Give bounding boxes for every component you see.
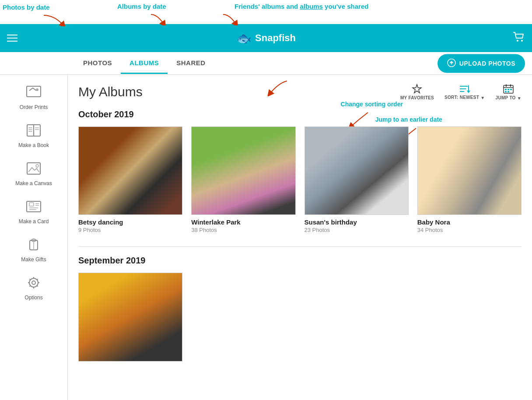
album-count-betsy: 9 Photos [78, 227, 182, 233]
svg-rect-42 [510, 89, 512, 90]
sidebar-item-make-canvas[interactable]: Make a Canvas [0, 155, 67, 192]
upload-button-label: UPLOAD PHOTOS [459, 60, 515, 67]
annotation-friends-albums: Friends' albums and albums you've shared [234, 3, 368, 10]
hamburger-line [7, 41, 18, 42]
album-thumb-susan [304, 126, 409, 215]
album-card-baby-nora[interactable]: Baby Nora 34 Photos [417, 126, 522, 234]
svg-line-29 [29, 279, 30, 280]
svg-rect-41 [508, 89, 509, 90]
sidebar-label-make-gifts: Make Gifts [21, 256, 46, 263]
hamburger-button[interactable] [7, 35, 18, 42]
album-thumb-baby-nora [417, 126, 522, 215]
sidebar-label-make-book: Make a Book [18, 142, 49, 148]
photo-baby-nora [418, 127, 521, 215]
arrow-show-favorites [261, 79, 296, 96]
hamburger-line [7, 35, 18, 35]
album-name-betsy: Betsy dancing [78, 218, 182, 226]
make-book-icon [25, 123, 42, 140]
arrow-albums [149, 12, 171, 25]
album-grid-october: Betsy dancing 9 Photos Winterlake Park 3… [78, 126, 522, 234]
sidebar-item-make-card[interactable]: Make a Card [0, 193, 67, 230]
album-count-winterlake: 38 Photos [191, 227, 295, 233]
header: 🐟 Snapfish [0, 24, 532, 52]
photo-susan [305, 127, 408, 215]
make-canvas-icon [25, 161, 42, 179]
options-icon [25, 275, 42, 293]
make-gifts-icon [25, 237, 42, 255]
nav-tabs: PHOTOS ALBUMS SHARED UPLOAD PHOTOS [0, 52, 532, 75]
hamburger-line [7, 38, 18, 39]
albums-header: My Albums Show favorites Change sorting … [78, 84, 522, 101]
main-content: My Albums Show favorites Change sorting … [68, 75, 532, 400]
fish-icon: 🐟 [236, 31, 252, 46]
section-october-2019: October 2019 Betsy dancing 9 Photos Wint… [78, 109, 522, 234]
svg-rect-3 [27, 86, 41, 97]
jump-to-label: JUMP TO ▼ [496, 95, 522, 101]
photo-september [79, 273, 182, 361]
sidebar-label-order-prints: Order Prints [20, 104, 48, 110]
arrow-shared [221, 12, 243, 25]
svg-line-31 [37, 279, 38, 280]
section-title-september: September 2019 [78, 256, 522, 266]
annotation-albums-by-date: Albums by date [117, 3, 166, 10]
logo-text: Snapfish [255, 32, 296, 44]
tab-albums[interactable]: ALBUMS [121, 53, 168, 74]
annotation-photos-by-date: Photos by date [3, 4, 50, 11]
album-card-september-1[interactable] [78, 273, 182, 361]
sidebar-label-make-canvas: Make a Canvas [15, 180, 52, 186]
photo-betsy [79, 127, 182, 215]
sidebar-item-make-gifts[interactable]: Make Gifts [0, 232, 67, 268]
upload-icon [447, 58, 456, 68]
album-card-betsy[interactable]: Betsy dancing 9 Photos [78, 126, 182, 234]
main-layout: Order Prints Make a Book [0, 75, 532, 400]
photo-winterlake [192, 127, 295, 215]
svg-rect-43 [505, 91, 507, 92]
album-card-winterlake[interactable]: Winterlake Park 38 Photos [191, 126, 295, 234]
album-thumb-betsy [78, 126, 182, 215]
albums-controls: Show favorites Change sorting order Jump [390, 84, 522, 101]
arrow-change-sorting [342, 110, 368, 128]
album-name-winterlake: Winterlake Park [191, 218, 295, 226]
album-name-susan: Susan's birthday [304, 218, 409, 226]
section-title-october: October 2019 [78, 109, 522, 119]
sidebar-item-order-prints[interactable]: Order Prints [0, 79, 67, 116]
jump-to-button[interactable]: JUMP TO ▼ [496, 84, 522, 101]
cart-icon[interactable] [513, 32, 525, 45]
upload-photos-button[interactable]: UPLOAD PHOTOS [438, 54, 525, 73]
sidebar-item-options[interactable]: Options [0, 270, 67, 306]
page-title: My Albums [78, 84, 143, 99]
sort-icon [459, 84, 470, 94]
album-card-susan[interactable]: Susan's birthday 23 Photos [304, 126, 409, 234]
sort-button[interactable]: SORT: NEWEST ▼ [444, 84, 485, 100]
tab-photos[interactable]: PHOTOS [74, 53, 121, 74]
svg-point-4 [36, 88, 38, 91]
favorites-label: MY FAVORITES [400, 95, 434, 100]
tab-shared[interactable]: SHARED [168, 53, 214, 74]
svg-rect-44 [508, 91, 509, 92]
make-card-icon [25, 199, 42, 217]
sort-label: SORT: NEWEST ▼ [444, 95, 485, 100]
sidebar-item-make-book[interactable]: Make a Book [0, 117, 67, 154]
sidebar-label-make-card: Make a Card [19, 218, 49, 225]
album-name-baby-nora: Baby Nora [417, 218, 522, 226]
album-thumb-winterlake [191, 126, 295, 215]
svg-rect-12 [27, 163, 40, 174]
svg-rect-40 [505, 89, 507, 90]
annotation-jump-to: Jump to an earlier date [375, 116, 442, 123]
section-divider [78, 246, 522, 247]
section-september-2019: September 2019 [78, 256, 522, 361]
star-icon [412, 84, 422, 94]
annotation-change-sorting: Change sorting order [341, 101, 403, 108]
album-grid-september [78, 273, 522, 361]
arrow-photos [42, 13, 68, 26]
svg-point-24 [32, 281, 35, 284]
album-count-susan: 23 Photos [304, 227, 409, 233]
svg-line-32 [29, 286, 30, 287]
svg-line-30 [37, 286, 38, 287]
album-thumb-september-1 [78, 273, 182, 361]
favorites-button[interactable]: MY FAVORITES [400, 84, 434, 100]
order-prints-icon [25, 84, 42, 102]
calendar-icon [503, 84, 514, 94]
svg-point-1 [521, 40, 523, 42]
sidebar-label-options: Options [24, 295, 42, 301]
